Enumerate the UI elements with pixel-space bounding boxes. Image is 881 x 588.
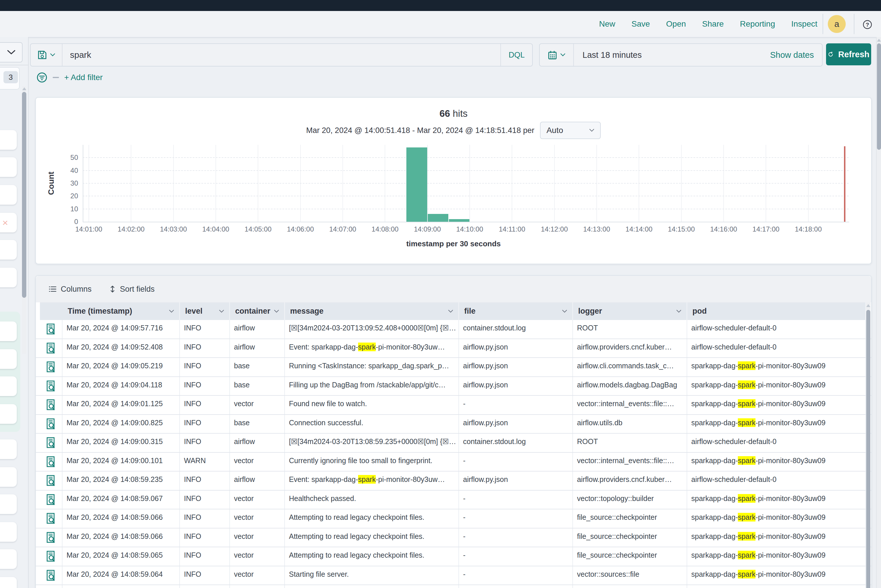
field-card[interactable]	[0, 185, 17, 205]
field-card[interactable]	[0, 130, 17, 150]
column-header-pod[interactable]: pod	[687, 302, 866, 320]
expand-document-button[interactable]	[46, 418, 56, 430]
field-card[interactable]	[0, 268, 17, 287]
expand-document-button[interactable]	[46, 532, 56, 543]
field-card[interactable]	[0, 522, 17, 542]
expand-document-button[interactable]	[46, 323, 56, 335]
field-card[interactable]	[0, 440, 17, 459]
column-label: file	[464, 307, 475, 316]
table-scrollbar[interactable]	[866, 302, 870, 588]
field-card[interactable]: ×	[0, 213, 17, 232]
saved-query-menu-button[interactable]	[31, 44, 63, 66]
field-card[interactable]	[0, 157, 17, 177]
inspect-document-icon	[46, 361, 56, 373]
column-header-message[interactable]: message	[285, 302, 459, 320]
search-highlight: spark	[738, 532, 755, 541]
search-highlight: spark	[738, 494, 755, 503]
expand-document-button[interactable]	[46, 494, 56, 506]
x-tick-label: 14:10:00	[448, 225, 492, 233]
field-card[interactable]	[0, 404, 17, 424]
expand-document-button[interactable]	[46, 456, 56, 468]
cell-level: INFO	[180, 566, 230, 585]
expand-document-button[interactable]	[46, 550, 56, 562]
histogram-bar[interactable]	[428, 214, 448, 222]
page-scrollbar[interactable]	[876, 37, 881, 588]
field-card[interactable]	[0, 240, 17, 260]
field-card[interactable]	[0, 349, 17, 369]
x-tick-label: 14:07:00	[321, 225, 364, 233]
nav-item-reporting[interactable]: Reporting	[740, 20, 775, 28]
gridline	[83, 183, 849, 184]
scroll-up-arrow[interactable]	[877, 39, 881, 42]
nav-item-inspect[interactable]: Inspect	[791, 20, 817, 28]
x-tick-label: 14:16:00	[702, 225, 745, 233]
expand-document-button[interactable]	[46, 475, 56, 486]
cell-pod: sparkapp-dag-spark-pi-monitor-80y3uw09	[687, 528, 866, 547]
help-icon[interactable]: ?	[863, 20, 872, 30]
cell-file: container.stdout.log	[459, 434, 573, 452]
remove-field-icon[interactable]: ×	[2, 218, 8, 228]
refresh-button[interactable]: Refresh	[826, 44, 871, 65]
cell-message: Attempting to read legacy checkpoint fil…	[285, 547, 459, 566]
avatar[interactable]: a	[828, 15, 846, 33]
histogram-bar[interactable]	[406, 147, 427, 222]
header-nav: NewSaveOpenShareReportingInspect	[599, 11, 817, 37]
x-axis-title: timestamp per 30 seconds	[36, 239, 871, 248]
nav-item-share[interactable]: Share	[702, 20, 724, 28]
expand-document-button[interactable]	[46, 361, 56, 373]
table-header-row: Time (timestamp)levelcontainermessagefil…	[40, 302, 866, 320]
column-header-level[interactable]: level	[180, 302, 230, 320]
inspect-document-icon	[46, 550, 56, 562]
query-input[interactable]	[63, 44, 501, 66]
histogram-bar[interactable]	[449, 219, 469, 222]
field-card[interactable]	[0, 467, 17, 487]
add-filter-button[interactable]: + Add filter	[64, 73, 103, 82]
sidebar-collapse-button[interactable]	[0, 42, 23, 63]
column-header-logger[interactable]: logger	[573, 302, 687, 320]
field-card[interactable]	[0, 494, 17, 514]
nav-item-open[interactable]: Open	[666, 20, 686, 28]
sidebar-scroll-thumb[interactable]	[22, 92, 26, 298]
column-header-file[interactable]: file	[459, 302, 573, 320]
scroll-up-arrow[interactable]	[22, 87, 26, 90]
cell-container: vector	[230, 490, 285, 509]
cell-time: Mar 20, 2024 @ 14:08:59.067	[63, 490, 180, 509]
expand-document-button[interactable]	[46, 570, 56, 581]
table-row: Mar 20, 2024 @ 14:08:59.064INFOvectorSta…	[36, 566, 871, 585]
columns-button[interactable]: Columns	[49, 285, 92, 294]
field-card[interactable]	[0, 321, 17, 341]
filter-icon[interactable]	[36, 72, 47, 83]
cell-file: airflow.py.json	[459, 415, 573, 434]
gridline	[83, 209, 849, 209]
histogram-chart[interactable]: 14:01:0014:02:0014:03:0014:04:0014:05:00…	[36, 98, 871, 264]
inspect-document-icon	[46, 570, 56, 581]
field-card[interactable]	[0, 549, 17, 569]
expand-document-button[interactable]	[46, 399, 56, 411]
field-card[interactable]	[0, 577, 17, 588]
sidebar-scrollbar[interactable]	[22, 86, 26, 354]
field-card[interactable]	[0, 376, 17, 396]
chevron-down-icon	[50, 53, 55, 57]
nav-item-new[interactable]: New	[599, 20, 615, 28]
table-scroll-thumb[interactable]	[866, 310, 870, 588]
show-dates-label: Show dates	[770, 50, 814, 60]
expand-document-button[interactable]	[46, 380, 56, 392]
nav-item-save[interactable]: Save	[631, 20, 650, 28]
quick-select-time-button[interactable]	[540, 44, 574, 66]
column-header-container[interactable]: container	[230, 302, 285, 320]
show-dates-button[interactable]: Show dates	[770, 44, 822, 66]
expand-document-button[interactable]	[46, 437, 56, 448]
expand-document-button[interactable]	[46, 513, 56, 524]
cell-level: INFO	[180, 434, 230, 452]
scroll-up-arrow[interactable]	[866, 304, 870, 307]
expand-document-button[interactable]	[46, 342, 56, 354]
column-header-time--timestamp-[interactable]: Time (timestamp)	[63, 302, 180, 320]
table-row: Mar 20, 2024 @ 14:09:52.408INFOairflowEv…	[36, 339, 871, 358]
query-language-button[interactable]: DQL	[501, 44, 532, 66]
cell-container: vector	[230, 528, 285, 547]
sort-fields-button[interactable]: Sort fields	[109, 285, 155, 294]
x-tick-label: 14:13:00	[575, 225, 618, 233]
page-scroll-thumb[interactable]	[877, 44, 881, 150]
chevron-down-icon	[274, 310, 279, 313]
time-range-value[interactable]: Last 18 minutes	[574, 44, 770, 66]
